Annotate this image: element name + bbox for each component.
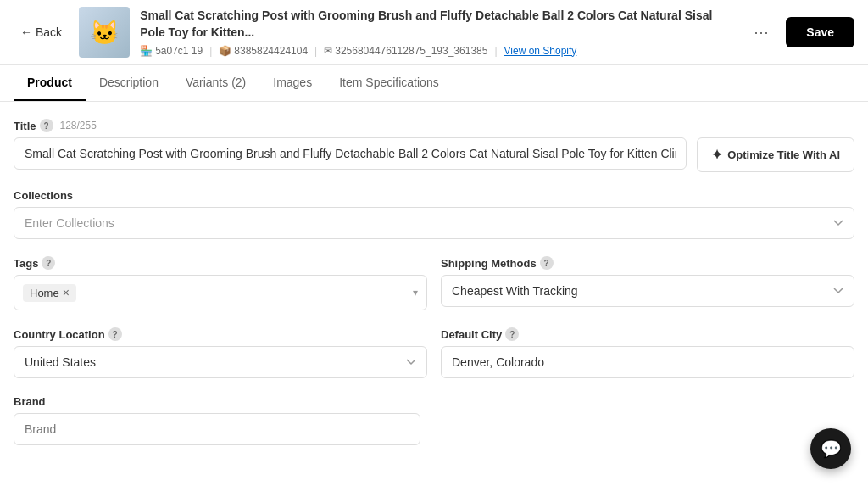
save-button[interactable]: Save [786,17,854,47]
shipping-select[interactable]: Cheapest With Tracking [441,275,854,307]
supplier-icon: ✉ [324,45,332,57]
tab-variants[interactable]: Variants (2) [172,65,259,101]
shipping-select-wrapper: Cheapest With Tracking [441,275,854,307]
meta-sep-3: | [494,45,497,57]
ai-spark-icon: ✦ [711,147,722,163]
product-title: Small Cat Scratching Post with Grooming … [140,8,737,41]
supplier-value: 3256804476112875_193_361385 [335,45,487,57]
brand-section: Brand [14,395,854,445]
title-section: Title ? 128/255 ✦ Optimize Title With Al [14,119,854,172]
title-help-icon[interactable]: ? [40,119,53,132]
shipping-help-icon[interactable]: ? [540,256,554,270]
back-label: Back [36,25,62,39]
chat-bubble[interactable]: 💬 [810,428,851,469]
meta-sep-2: | [314,45,317,57]
title-input[interactable] [14,137,687,170]
country-select[interactable]: United States [14,346,427,378]
country-label: Country Location [14,328,105,341]
title-label: Title [14,120,36,132]
chat-icon: 💬 [821,439,842,459]
supplier-meta: ✉ 3256804476112875_193_361385 [324,45,487,57]
title-label-row: Title ? 128/255 [14,119,854,132]
city-help-icon[interactable]: ? [505,327,519,341]
tags-help-icon[interactable]: ? [42,256,55,270]
collections-section: Collections [14,189,854,239]
store-meta: 🏪 5a07c1 19 [140,45,203,57]
store-icon: 🏪 [140,45,153,57]
brand-input[interactable] [14,413,420,445]
tab-bar: Product Description Variants (2) Images … [0,65,868,102]
city-label: Default City [441,328,502,341]
header-meta: 🏪 5a07c1 19 | 📦 8385824424104 | ✉ 325680… [140,45,737,57]
product-thumbnail: 🐱 [79,7,130,58]
shipping-section: Shipping Methods ? Cheapest With Trackin… [441,256,854,310]
location-city-row: Country Location ? United States Default… [14,327,854,395]
tab-product[interactable]: Product [14,65,86,101]
country-select-wrapper: United States [14,346,427,378]
tags-label: Tags [14,257,38,270]
store-name: 5a07c1 19 [155,45,203,57]
tag-remove-home[interactable]: × [63,287,70,299]
tags-section: Tags ? Home × ▾ [14,256,427,310]
country-section: Country Location ? United States [14,327,427,378]
destination-value: 8385824424104 [234,45,308,57]
optimize-title-button[interactable]: ✦ Optimize Title With Al [697,137,854,172]
tags-label-row: Tags ? [14,256,427,270]
destination-meta: 📦 8385824424104 [219,45,308,57]
collections-select[interactable] [14,207,854,239]
country-help-icon[interactable]: ? [108,327,122,341]
shipping-label: Shipping Methods [441,257,537,270]
product-info: Small Cat Scratching Post with Grooming … [140,8,737,56]
tags-shipping-row: Tags ? Home × ▾ Shipping Methods ? [14,256,854,327]
shipping-label-row: Shipping Methods ? [441,256,854,270]
tab-images[interactable]: Images [259,65,326,101]
destination-icon: 📦 [219,45,231,57]
view-on-shopify-link[interactable]: View on Shopify [504,45,577,57]
country-label-row: Country Location ? [14,327,427,341]
city-input[interactable] [441,346,854,378]
main-content: Title ? 128/255 ✦ Optimize Title With Al… [0,102,868,479]
tag-chip-home: Home × [23,284,76,302]
view-on-shopify-label: View on Shopify [504,45,577,57]
header: ← Back 🐱 Small Cat Scratching Post with … [0,0,868,65]
tags-input[interactable]: Home × ▾ [14,275,427,310]
city-label-row: Default City ? [441,327,854,341]
more-icon: ⋯ [754,24,769,41]
tab-description[interactable]: Description [86,65,172,101]
city-section: Default City ? [441,327,854,378]
brand-label: Brand [14,395,854,408]
tab-item-specifications[interactable]: Item Specifications [326,65,453,101]
optimize-title-label: Optimize Title With Al [727,148,840,161]
tags-dropdown-icon[interactable]: ▾ [413,287,418,299]
meta-sep-1: | [209,45,212,57]
title-input-row: ✦ Optimize Title With Al [14,137,854,172]
title-char-count: 128/255 [60,120,97,131]
tag-chip-label: Home [30,287,59,299]
collections-label: Collections [14,189,854,202]
back-icon: ← [20,25,32,39]
more-options-button[interactable]: ⋯ [747,20,776,45]
back-button[interactable]: ← Back [14,22,69,42]
